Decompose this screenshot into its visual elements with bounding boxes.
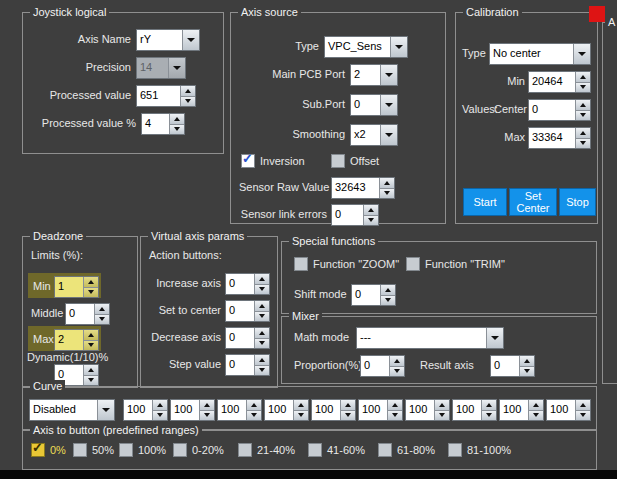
axis-source-type-select[interactable]: VPC_Sens xyxy=(324,36,408,58)
spinner-up-icon[interactable] xyxy=(255,355,269,365)
spinner-up-icon[interactable] xyxy=(576,400,590,410)
checkbox-box[interactable] xyxy=(73,443,87,457)
spinner-up-icon[interactable] xyxy=(84,365,98,375)
spinner-down-icon[interactable] xyxy=(529,410,543,421)
spinner-up-icon[interactable] xyxy=(200,400,214,410)
spinner-down-icon[interactable] xyxy=(255,311,269,322)
range-21-40pct-checkbox[interactable]: 21-40% xyxy=(238,443,295,457)
spinner-up-icon[interactable] xyxy=(181,86,195,96)
spinner-up-icon[interactable] xyxy=(255,328,269,338)
spinner-up-icon[interactable] xyxy=(435,400,449,410)
spinner-down-icon[interactable] xyxy=(255,338,269,349)
spinner-down-icon[interactable] xyxy=(200,410,214,421)
spinner-down-icon[interactable] xyxy=(170,124,184,135)
curve-point-spinner[interactable]: 100 xyxy=(452,399,497,421)
range-0pct-checkbox[interactable]: 0% xyxy=(31,443,66,457)
processed-value-spinner[interactable]: 651 xyxy=(136,85,196,107)
checkbox-box[interactable] xyxy=(448,443,462,457)
curve-point-spinner[interactable]: 100 xyxy=(217,399,262,421)
checkbox-box[interactable] xyxy=(119,443,133,457)
spinner-down-icon[interactable] xyxy=(380,188,394,199)
spinner-down-icon[interactable] xyxy=(153,410,167,421)
set-center-button[interactable]: Set Center xyxy=(509,188,557,216)
calibration-min-spinner[interactable]: 20464 xyxy=(528,71,591,93)
spinner-up-icon[interactable] xyxy=(576,100,590,110)
curve-point-spinner[interactable]: 100 xyxy=(499,399,544,421)
axis-name-select[interactable]: rY xyxy=(136,29,200,51)
curve-mode-select[interactable]: Disabled xyxy=(29,399,115,421)
spinner-down-icon[interactable] xyxy=(520,366,534,377)
spinner-up-icon[interactable] xyxy=(381,285,395,295)
spinner-up-icon[interactable] xyxy=(255,301,269,311)
curve-point-spinner[interactable]: 100 xyxy=(123,399,168,421)
spinner-down-icon[interactable] xyxy=(247,410,261,421)
spinner-up-icon[interactable] xyxy=(84,277,98,287)
spinner-up-icon[interactable] xyxy=(84,330,98,340)
spinner-up-icon[interactable] xyxy=(520,356,534,366)
spinner-down-icon[interactable] xyxy=(482,410,496,421)
chevron-down-icon[interactable] xyxy=(380,65,397,85)
spinner-down-icon[interactable] xyxy=(255,284,269,295)
chevron-down-icon[interactable] xyxy=(380,125,397,145)
spinner-down-icon[interactable] xyxy=(84,340,98,351)
spinner-down-icon[interactable] xyxy=(364,215,378,226)
spinner-up-icon[interactable] xyxy=(95,304,109,314)
range-0-20pct-checkbox[interactable]: 0-20% xyxy=(173,443,224,457)
spinner-down-icon[interactable] xyxy=(576,138,590,149)
spinner-down-icon[interactable] xyxy=(84,287,98,298)
checkbox-box[interactable] xyxy=(173,443,187,457)
decrease-axis-spinner[interactable]: 0 xyxy=(225,327,270,349)
checkbox-box[interactable] xyxy=(378,443,392,457)
deadzone-max-spinner[interactable]: 2 xyxy=(54,329,99,351)
curve-point-spinner[interactable]: 100 xyxy=(358,399,403,421)
spinner-up-icon[interactable] xyxy=(390,356,404,366)
checkbox-box[interactable] xyxy=(294,257,308,271)
curve-point-spinner[interactable]: 100 xyxy=(311,399,356,421)
shift-mode-spinner[interactable]: 0 xyxy=(351,284,396,306)
chevron-down-icon[interactable] xyxy=(182,30,199,50)
spinner-up-icon[interactable] xyxy=(153,400,167,410)
spinner-up-icon[interactable] xyxy=(247,400,261,410)
sensor-raw-value-spinner[interactable]: 32643 xyxy=(331,177,395,199)
spinner-down-icon[interactable] xyxy=(576,82,590,93)
spinner-down-icon[interactable] xyxy=(95,314,109,325)
range-81-100pct-checkbox[interactable]: 81-100% xyxy=(448,443,511,457)
chevron-down-icon[interactable] xyxy=(168,58,185,78)
range-41-60pct-checkbox[interactable]: 41-60% xyxy=(308,443,365,457)
step-value-spinner[interactable]: 0 xyxy=(225,354,270,376)
checkbox-box[interactable] xyxy=(238,443,252,457)
checkbox-box[interactable] xyxy=(406,257,420,271)
calibration-center-spinner[interactable]: 0 xyxy=(528,99,591,121)
smoothing-select[interactable]: x2 xyxy=(350,124,398,146)
spinner-up-icon[interactable] xyxy=(529,400,543,410)
curve-point-spinner[interactable]: 100 xyxy=(546,399,591,421)
spinner-up-icon[interactable] xyxy=(576,128,590,138)
checkbox-box[interactable] xyxy=(308,443,322,457)
spinner-down-icon[interactable] xyxy=(294,410,308,421)
chevron-down-icon[interactable] xyxy=(390,37,407,57)
spinner-down-icon[interactable] xyxy=(435,410,449,421)
set-to-center-spinner[interactable]: 0 xyxy=(225,300,270,322)
deadzone-min-spinner[interactable]: 1 xyxy=(54,276,99,298)
spinner-up-icon[interactable] xyxy=(482,400,496,410)
curve-point-spinner[interactable]: 100 xyxy=(170,399,215,421)
checkbox-box[interactable] xyxy=(241,154,255,168)
inversion-checkbox[interactable]: Inversion xyxy=(241,154,305,168)
chevron-down-icon[interactable] xyxy=(486,328,503,348)
increase-axis-spinner[interactable]: 0 xyxy=(225,273,270,295)
chevron-down-icon[interactable] xyxy=(573,44,590,64)
spinner-up-icon[interactable] xyxy=(170,114,184,124)
spinner-down-icon[interactable] xyxy=(576,110,590,121)
spinner-up-icon[interactable] xyxy=(364,205,378,215)
stop-button[interactable]: Stop xyxy=(559,188,596,216)
curve-point-spinner[interactable]: 100 xyxy=(264,399,309,421)
spinner-up-icon[interactable] xyxy=(341,400,355,410)
proportion-spinner[interactable]: 0 xyxy=(360,355,405,377)
chevron-down-icon[interactable] xyxy=(97,400,114,420)
function-trim-checkbox[interactable]: Function "TRIM" xyxy=(406,257,505,271)
spinner-down-icon[interactable] xyxy=(576,410,590,421)
range-50pct-checkbox[interactable]: 50% xyxy=(73,443,114,457)
main-pcb-port-select[interactable]: 2 xyxy=(350,64,398,86)
chevron-down-icon[interactable] xyxy=(380,95,397,115)
spinner-down-icon[interactable] xyxy=(388,410,402,421)
